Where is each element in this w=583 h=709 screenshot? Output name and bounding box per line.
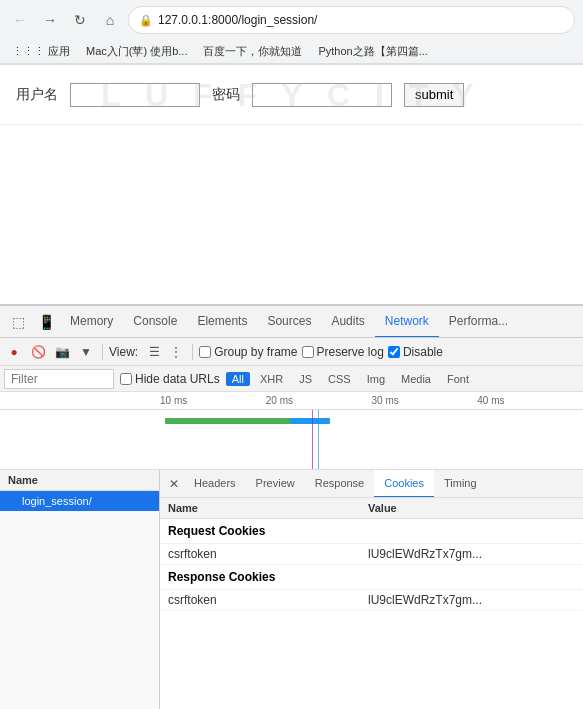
filter-tag-xhr[interactable]: XHR: [254, 372, 289, 386]
record-button[interactable]: ●: [4, 342, 24, 362]
detail-tab-response[interactable]: Response: [305, 470, 375, 498]
timeline-label-20ms: 20 ms: [266, 395, 372, 406]
tab-console[interactable]: Console: [123, 306, 187, 338]
group-by-frame-label: Group by frame: [214, 345, 297, 359]
response-cookie-value-csrftoken: lU9clEWdRzTx7gm...: [368, 593, 575, 607]
view-waterfall-button[interactable]: ⋮: [166, 342, 186, 362]
request-list-header: Name: [0, 470, 159, 491]
filter-tag-all[interactable]: All: [226, 372, 250, 386]
submit-button[interactable]: submit: [404, 83, 464, 107]
view-label: View:: [109, 345, 138, 359]
tab-memory[interactable]: Memory: [60, 306, 123, 338]
request-cookie-value-csrftoken: lU9clEWdRzTx7gm...: [368, 547, 575, 561]
tab-elements[interactable]: Elements: [187, 306, 257, 338]
request-panel: Name login_session/ ✕ Headers Preview Re…: [0, 470, 583, 709]
password-input[interactable]: [252, 83, 392, 107]
lock-icon: 🔒: [139, 14, 153, 27]
bookmark-mac[interactable]: Mac入门(苹) 使用b...: [82, 42, 191, 61]
view-icons: ☰ ⋮: [144, 342, 186, 362]
request-item-name: login_session/: [22, 495, 92, 507]
response-cookie-row-csrftoken[interactable]: csrftoken lU9clEWdRzTx7gm...: [160, 590, 583, 611]
bookmarks-bar: ⋮⋮⋮ 应用 Mac入门(苹) 使用b... 百度一下，你就知道 Python之…: [0, 40, 583, 64]
password-label: 密码: [212, 86, 240, 104]
request-cookies-section-header: Request Cookies: [160, 519, 583, 544]
detail-close-button[interactable]: ✕: [164, 474, 184, 494]
devtools-device-btn[interactable]: 📱: [32, 308, 60, 336]
username-label: 用户名: [16, 86, 58, 104]
hide-data-urls-checkbox[interactable]: [120, 373, 132, 385]
devtools-inspect-btn[interactable]: ⬚: [4, 308, 32, 336]
view-list-button[interactable]: ☰: [144, 342, 164, 362]
disable-cache-group: Disable: [388, 345, 443, 359]
response-cookie-name-csrftoken: csrftoken: [168, 593, 368, 607]
devtools-tabs: ⬚ 📱 Memory Console Elements Sources Audi…: [0, 306, 583, 338]
preserve-log-label: Preserve log: [317, 345, 384, 359]
cookie-table-header: Name Value: [160, 498, 583, 519]
timeline-label-40ms: 40 ms: [477, 395, 583, 406]
bookmark-mac-label: Mac入门(苹) 使用b...: [86, 44, 187, 59]
waterfall-area: [0, 410, 583, 470]
bookmark-apps[interactable]: ⋮⋮⋮ 应用: [8, 42, 74, 61]
request-cookies-title: Request Cookies: [168, 524, 265, 538]
bookmark-baidu-label: 百度一下，你就知道: [203, 44, 302, 59]
timeline-label-30ms: 30 ms: [372, 395, 478, 406]
filter-tag-img[interactable]: Img: [361, 372, 391, 386]
cookie-table: Name Value Request Cookies csrftoken lU9…: [160, 498, 583, 709]
filter-toggle-button[interactable]: ▼: [76, 342, 96, 362]
devtools-panel: ⬚ 📱 Memory Console Elements Sources Audi…: [0, 305, 583, 709]
waterfall-bar-blue: [290, 418, 330, 424]
disable-cache-label: Disable: [403, 345, 443, 359]
bookmark-python-label: Python之路【第四篇...: [318, 44, 427, 59]
detail-tab-preview[interactable]: Preview: [246, 470, 305, 498]
cookie-col-value-header: Value: [368, 502, 575, 514]
browser-chrome: ← → ↻ ⌂ 🔒 127.0.0.1:8000/login_session/ …: [0, 0, 583, 65]
address-bar[interactable]: 🔒 127.0.0.1:8000/login_session/: [128, 6, 575, 34]
nav-bar: ← → ↻ ⌂ 🔒 127.0.0.1:8000/login_session/: [0, 0, 583, 40]
filter-tag-media[interactable]: Media: [395, 372, 437, 386]
detail-tabs: ✕ Headers Preview Response Cookies Timin…: [160, 470, 583, 498]
request-item-icon: [8, 496, 18, 506]
waterfall-vline-blue: [318, 410, 319, 469]
response-cookies-section-header: Response Cookies: [160, 565, 583, 590]
filter-bar: Hide data URLs All XHR JS CSS Img Media …: [0, 366, 583, 392]
empty-page-area: [0, 125, 583, 305]
tab-performance[interactable]: Performa...: [439, 306, 518, 338]
forward-button[interactable]: →: [38, 8, 62, 32]
detail-tab-headers[interactable]: Headers: [184, 470, 246, 498]
back-button[interactable]: ←: [8, 8, 32, 32]
timeline-labels: 10 ms 20 ms 30 ms 40 ms: [0, 395, 583, 406]
clear-button[interactable]: 🚫: [28, 342, 48, 362]
bookmark-apps-icon: ⋮⋮⋮: [12, 45, 45, 58]
home-button[interactable]: ⌂: [98, 8, 122, 32]
group-by-frame-group: Group by frame: [199, 345, 297, 359]
username-input[interactable]: [70, 83, 200, 107]
waterfall-bar-green: [165, 418, 295, 424]
preserve-log-group: Preserve log: [302, 345, 384, 359]
detail-tab-cookies[interactable]: Cookies: [374, 470, 434, 498]
tab-sources[interactable]: Sources: [257, 306, 321, 338]
network-toolbar: ● 🚫 📷 ▼ View: ☰ ⋮ Group by frame Preserv…: [0, 338, 583, 366]
request-cookie-row-csrftoken[interactable]: csrftoken lU9clEWdRzTx7gm...: [160, 544, 583, 565]
bookmark-python[interactable]: Python之路【第四篇...: [314, 42, 431, 61]
request-cookie-name-csrftoken: csrftoken: [168, 547, 368, 561]
filter-tag-css[interactable]: CSS: [322, 372, 357, 386]
screenshot-button[interactable]: 📷: [52, 342, 72, 362]
detail-tab-timing[interactable]: Timing: [434, 470, 487, 498]
filter-tag-font[interactable]: Font: [441, 372, 475, 386]
tab-network[interactable]: Network: [375, 306, 439, 338]
filter-tag-js[interactable]: JS: [293, 372, 318, 386]
request-list: Name login_session/: [0, 470, 160, 709]
toolbar-divider-1: [102, 344, 103, 360]
cookie-col-name-header: Name: [168, 502, 368, 514]
filter-input[interactable]: [4, 369, 114, 389]
reload-button[interactable]: ↻: [68, 8, 92, 32]
tab-audits[interactable]: Audits: [321, 306, 374, 338]
bookmark-baidu[interactable]: 百度一下，你就知道: [199, 42, 306, 61]
request-item-login[interactable]: login_session/: [0, 491, 159, 511]
waterfall-vline-purple: [312, 410, 313, 469]
preserve-log-checkbox[interactable]: [302, 346, 314, 358]
toolbar-divider-2: [192, 344, 193, 360]
hide-data-urls-group: Hide data URLs: [120, 372, 220, 386]
disable-cache-checkbox[interactable]: [388, 346, 400, 358]
group-by-frame-checkbox[interactable]: [199, 346, 211, 358]
